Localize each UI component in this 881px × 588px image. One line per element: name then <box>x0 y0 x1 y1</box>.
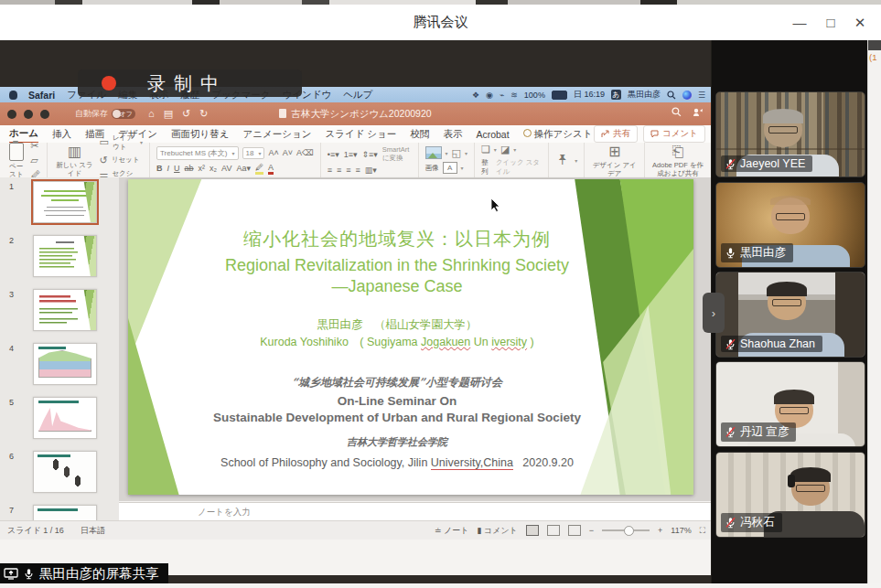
status-glyph-2[interactable]: ◉ <box>486 91 493 100</box>
slide-thumbnail[interactable]: 3 <box>0 289 119 331</box>
ribbon-tab[interactable]: アニメーション <box>242 126 311 143</box>
paste-button[interactable]: ペースト <box>6 143 26 178</box>
layout-button[interactable]: ▭レイアウト▾ <box>100 134 144 152</box>
sidebar-collapse-toggle[interactable]: › <box>703 293 725 333</box>
columns-icon[interactable]: ▥▾ <box>365 166 377 175</box>
slide-thumbnail[interactable]: 7 <box>0 505 119 520</box>
notification-center-icon[interactable]: ☰ <box>698 91 705 100</box>
zoom-slider[interactable] <box>602 529 650 531</box>
current-slide: 缩小化社会的地域复兴：以日本为例 Regional Revitalization… <box>128 179 693 495</box>
slide-thumbnail[interactable]: 5 <box>0 397 119 439</box>
arrange-icon[interactable]: ❏ <box>481 144 490 155</box>
ribbon-tab[interactable]: 操作アシスト <box>523 126 593 143</box>
apple-menu-icon[interactable] <box>9 91 17 100</box>
adobe-pdf-icon: ⎗ <box>672 143 684 160</box>
quick-styles-icon[interactable]: ◪ <box>500 144 510 155</box>
align-center-icon[interactable]: ≡ <box>337 166 341 175</box>
siri-icon[interactable] <box>682 91 692 100</box>
participant-video[interactable]: Jaeyeol YEE <box>715 91 865 177</box>
reset-button[interactable]: ↺リセット <box>100 155 144 166</box>
maximize-button[interactable]: □ <box>820 12 842 34</box>
participant-video[interactable]: Shaohua Zhan <box>715 272 865 358</box>
ribbon-tab[interactable]: スライド ショー <box>325 126 396 143</box>
ribbon-search-icon[interactable] <box>671 107 682 117</box>
underline-button[interactable]: U <box>174 164 180 173</box>
macos-menu-item[interactable]: ヘルプ <box>343 89 372 102</box>
menubar-clock[interactable]: 日 16:19 <box>574 89 605 101</box>
justify-icon[interactable]: ≡ <box>356 166 360 175</box>
fit-to-window-icon[interactable]: ⛶ <box>700 526 705 536</box>
design-ideas-button[interactable]: ⊞ デザイン アイデア <box>591 143 638 177</box>
close-button[interactable]: ✕ <box>849 12 871 34</box>
slide-thumbnail[interactable]: 1 <box>0 181 119 223</box>
new-slide-button[interactable]: ▥ 新しい スライド <box>54 143 94 177</box>
ribbon-tab[interactable]: 校閲 <box>410 126 429 143</box>
side-panel-edge[interactable]: (1 <box>867 40 881 583</box>
comments-toggle[interactable]: ▮ コメント <box>478 525 518 537</box>
align-right-icon[interactable]: ≡ <box>346 166 350 175</box>
bullets-button[interactable]: •≡▾ <box>328 150 339 159</box>
spotlight-search-icon[interactable] <box>667 91 676 100</box>
bold-button[interactable]: B <box>156 164 163 173</box>
design-ideas-group: ⊞ デザイン アイデア <box>585 143 645 177</box>
italic-button[interactable]: I <box>167 164 170 173</box>
font-color-button[interactable]: A <box>268 163 274 175</box>
ribbon-tab[interactable]: 表示 <box>443 126 462 143</box>
comment-button[interactable]: コメント <box>643 125 705 143</box>
slide-sorter-icon[interactable] <box>547 525 560 536</box>
battery-icon <box>552 91 567 100</box>
clear-format-button[interactable]: A⌫ <box>296 148 314 157</box>
zoom-level[interactable]: 117% <box>671 526 691 535</box>
wifi-icon[interactable]: ≋ <box>510 91 518 100</box>
subscript-button[interactable]: x₂ <box>210 164 217 173</box>
strikethrough-button[interactable]: ab <box>185 164 194 173</box>
share-button[interactable]: 共有 <box>594 125 638 143</box>
minimize-button[interactable]: — <box>789 12 811 34</box>
ribbon-tab[interactable]: Acrobat <box>476 127 509 142</box>
ribbon-tab[interactable]: 画面切り替え <box>171 126 230 143</box>
slide-thumbnail[interactable]: 4 <box>0 343 119 385</box>
grow-font-button[interactable]: A˄ <box>268 148 278 157</box>
zoom-out-button[interactable]: − <box>589 526 594 535</box>
picture-icon[interactable] <box>425 146 442 159</box>
menubar-username[interactable]: 黒田由彦 <box>628 89 661 101</box>
smartart-convert-button[interactable]: SmartArt に変換 <box>382 145 412 163</box>
text-box-button[interactable]: A <box>443 162 457 174</box>
participant-video[interactable]: 冯秋石 <box>715 452 865 538</box>
shapes-icon[interactable]: ◱ <box>452 147 461 159</box>
status-glyph-1[interactable]: ❖ <box>472 91 479 100</box>
insert-group: ▾ ◱▾ 画像 A▾ <box>419 143 475 177</box>
align-left-icon[interactable]: ≡ <box>328 166 332 175</box>
language-indicator[interactable]: 日本語 <box>81 525 105 537</box>
zoom-in-button[interactable]: + <box>658 526 662 535</box>
change-case-button[interactable]: Aa▾ <box>236 164 251 173</box>
input-method-icon[interactable]: あ <box>611 90 621 100</box>
slide-thumbnail[interactable]: 6 <box>0 451 119 493</box>
slide-number: 7 <box>0 505 33 520</box>
participant-video[interactable]: 黒田由彦 <box>715 182 865 268</box>
sensitivity-icon[interactable]: 🖈 <box>555 152 570 168</box>
line-spacing-button[interactable]: ⇕≡▾ <box>361 150 377 159</box>
ribbon-tab[interactable]: 挿入 <box>52 126 71 143</box>
notes-input[interactable]: ノートを入力 <box>119 502 711 520</box>
notes-toggle[interactable]: ≐ ノート <box>435 525 468 537</box>
highlight-color-button[interactable]: 🖉 <box>255 163 263 175</box>
font-size-select[interactable]: 18▾ <box>242 147 265 159</box>
screen-share-banner: 黒田由彦的屏幕共享 <box>0 563 168 583</box>
adobe-pdf-button[interactable]: ⎗ Adobe PDF を作成および共有 <box>651 143 704 177</box>
participant-video[interactable]: 丹辺 宣彦 <box>715 361 865 447</box>
shrink-font-button[interactable]: A˅ <box>283 148 293 157</box>
cut-icon[interactable]: ✂ <box>30 140 40 152</box>
slideshow-view-icon[interactable] <box>568 525 581 536</box>
superscript-button[interactable]: x² <box>199 164 206 173</box>
participant-head <box>771 198 810 234</box>
macos-menu-item[interactable]: Safari <box>28 90 55 101</box>
numbering-button[interactable]: 1≡▾ <box>344 150 358 159</box>
copy-icon[interactable]: ▱ <box>30 155 40 166</box>
status-glyph-3[interactable]: ⌁ <box>500 91 504 100</box>
char-spacing-button[interactable]: AV <box>221 164 231 173</box>
share-user-icon[interactable] <box>693 107 704 117</box>
normal-view-icon[interactable] <box>526 525 539 536</box>
font-name-select[interactable]: Trebuchet MS (本文)▾ <box>156 146 239 160</box>
slide-thumbnail[interactable]: 2 <box>0 235 119 277</box>
